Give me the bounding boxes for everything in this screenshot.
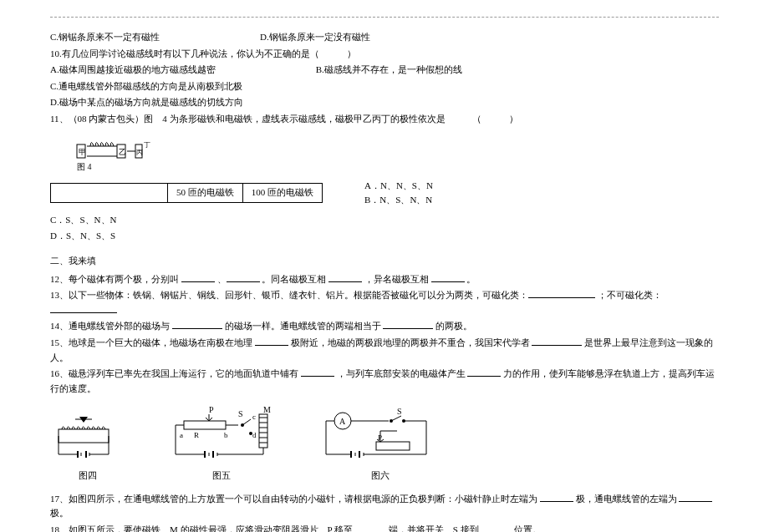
blank bbox=[679, 492, 712, 502]
blank bbox=[479, 523, 512, 532]
q11-optB: B．N、S、N、N bbox=[364, 193, 432, 208]
blank bbox=[467, 367, 501, 377]
blank bbox=[431, 272, 465, 282]
figures-row: 图四 P a R b S c d M bbox=[50, 404, 719, 484]
svg-line-46 bbox=[391, 416, 401, 421]
blank bbox=[528, 288, 595, 298]
svg-text:A: A bbox=[339, 417, 346, 426]
figure-5: P a R b S c d M 图五 bbox=[159, 404, 284, 484]
q11-table-row: 50 匝的电磁铁 100 匝的电磁铁 A．N、N、S、N B．N、S、N、N bbox=[50, 179, 719, 208]
svg-point-31 bbox=[249, 432, 252, 435]
section-2-title: 二、我来填 bbox=[50, 254, 719, 269]
q9-c: C.钢锯条原来不一定有磁性 bbox=[50, 30, 160, 45]
svg-line-28 bbox=[242, 419, 251, 425]
svg-point-9 bbox=[83, 418, 85, 421]
q11-optD: D．S、N、S、S bbox=[50, 229, 719, 244]
q12: 12、每个磁体有两个极，分别叫 、 。同名磁极互相 ，异名磁极互相 。 bbox=[50, 272, 719, 287]
q11-table: 50 匝的电磁铁 100 匝的电磁铁 bbox=[50, 183, 323, 203]
figure-4: 图四 bbox=[50, 413, 125, 484]
svg-text:P: P bbox=[209, 405, 214, 414]
q10-d: D.磁场中某点的磁场方向就是磁感线的切线方向 bbox=[50, 95, 719, 110]
svg-rect-10 bbox=[59, 429, 109, 443]
blank bbox=[50, 303, 117, 313]
svg-rect-20 bbox=[184, 421, 226, 429]
svg-text:M: M bbox=[263, 405, 271, 414]
svg-text:丙: 丙 bbox=[136, 149, 143, 156]
q10-c: C.通电螺线管外部磁感线的方向是从南极到北极 bbox=[50, 79, 719, 94]
blank bbox=[383, 319, 433, 329]
blank bbox=[532, 336, 582, 346]
q11-th1: 50 匝的电磁铁 bbox=[168, 184, 243, 203]
q10-a: A.磁体周围越接近磁极的地方磁感线越密 bbox=[50, 63, 216, 78]
q17: 17、如图四所示，在通电螺线管的上方放置一个可以自由转动的小磁针，请根据电源的正… bbox=[50, 492, 719, 521]
q9-d: D.钢锯条原来一定没有磁性 bbox=[260, 30, 370, 45]
svg-text:c: c bbox=[252, 413, 256, 421]
svg-rect-59 bbox=[376, 442, 410, 450]
q11-optC: C．S、S、N、N bbox=[50, 213, 719, 228]
blank bbox=[301, 367, 334, 377]
q15: 15、地球是一个巨大的磁体，地磁场在南极在地理 极附近，地磁的两极跟地理的两极并… bbox=[50, 336, 719, 365]
q11-fig-label: 图 4 bbox=[77, 162, 92, 171]
q11-optA: A．N、N、S、N bbox=[364, 179, 433, 194]
svg-text:d: d bbox=[252, 431, 257, 439]
svg-text:丁: 丁 bbox=[144, 141, 150, 149]
blank bbox=[172, 319, 222, 329]
q10-ab: A.磁体周围越接近磁极的地方磁感线越密 B.磁感线并不存在，是一种假想的线 bbox=[50, 63, 719, 78]
svg-text:b: b bbox=[224, 431, 228, 439]
q13: 13、以下一些物体：铁锅、钢锯片、铜线、回形针、银币、缝衣针、铝片。根据能否被磁… bbox=[50, 288, 719, 317]
fig6-label: 图六 bbox=[318, 469, 443, 484]
blank bbox=[540, 492, 573, 502]
svg-text:甲: 甲 bbox=[79, 148, 86, 156]
svg-text:S: S bbox=[397, 407, 402, 416]
svg-text:S: S bbox=[238, 409, 243, 418]
blank bbox=[255, 336, 288, 346]
q18: 18、如图五所示，要使磁铁 M 的磁性最强，应将滑动变阻器滑片 P 移至 端，并… bbox=[50, 523, 719, 532]
q14: 14、通电螺线管外部的磁场与 的磁场一样。通电螺线管的两端相当于 的两极。 bbox=[50, 319, 719, 334]
svg-text:乙: 乙 bbox=[119, 148, 126, 156]
blank bbox=[328, 272, 362, 282]
q10-stem: 10.有几位同学讨论磁感线时有以下几种说法，你认为不正确的是（ ） bbox=[50, 47, 719, 62]
fig5-label: 图五 bbox=[159, 469, 284, 484]
q11-figure: 甲 乙 丙 丁 图 4 bbox=[75, 132, 719, 174]
figure-6: A S P 图六 bbox=[318, 404, 443, 484]
q11-th2: 100 匝的电磁铁 bbox=[242, 184, 322, 203]
q10-b: B.磁感线并不存在，是一种假想的线 bbox=[316, 63, 462, 78]
q16: 16、磁悬浮列车已率先在我国上海运行，它的地面轨道中铺有 ，与列车底部安装的电磁… bbox=[50, 367, 719, 396]
blank bbox=[181, 272, 215, 282]
q9-choices: C.钢锯条原来不一定有磁性 D.钢锯条原来一定没有磁性 bbox=[50, 30, 719, 45]
blank bbox=[227, 272, 260, 282]
svg-text:a: a bbox=[180, 431, 183, 439]
q11-stem: 11、（08 内蒙古包头）图 4 为条形磁铁和电磁铁，虚线表示磁感线，磁极甲乙丙… bbox=[50, 112, 719, 127]
blank bbox=[353, 523, 386, 532]
fig4-label: 图四 bbox=[50, 469, 125, 484]
svg-text:R: R bbox=[194, 431, 199, 439]
